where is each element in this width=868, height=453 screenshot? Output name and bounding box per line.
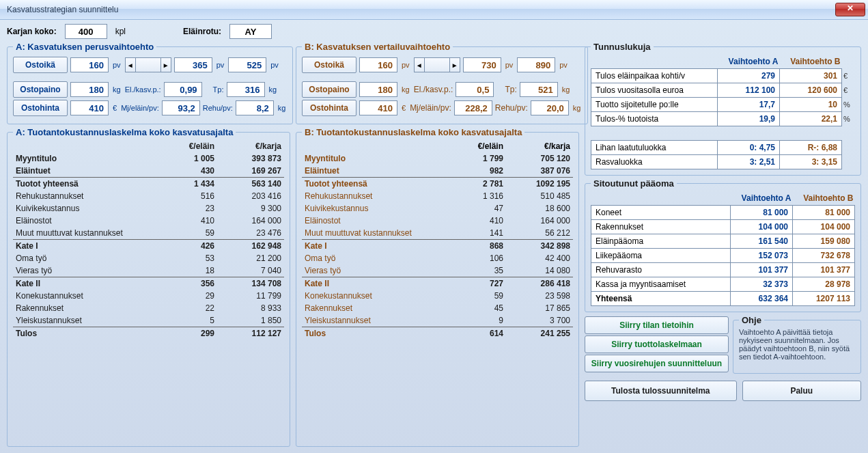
table-row: Rakennukset228 933 [13, 302, 284, 314]
table-row: Eläinpääoma161 540159 080 [591, 234, 855, 249]
table-row: Tulos299112 127 [13, 327, 284, 340]
table-row: Rakennukset104 000104 000 [591, 220, 855, 234]
rehu-a-label: Rehu/pv: [203, 104, 233, 112]
table-a: €/eläin€/karja Myyntitulo1 005393 873Elä… [13, 140, 284, 340]
table-row: Tulos vuositasolla euroa112 100120 600€ [591, 83, 855, 98]
panel-tunnuslukuja: Tunnuslukuja Vaihtoehto AVaihtoehto B Tu… [585, 42, 861, 176]
table-row: Kuivikekustannus239 300 [13, 202, 284, 215]
legend-b1: B: Kasvatuksen vertailuvaihtoehto [302, 42, 453, 52]
days-spinner-a[interactable]: ◄ ► [125, 57, 171, 72]
panel-a-results: A: Tuotantokustannuslaskelma koko kasvat… [7, 127, 290, 447]
nav-vuosirehujen[interactable]: Siirry vuosirehujen suunnitteluun [585, 355, 729, 372]
table-row: Lihan laatutuluokka0: 4,75R-: 6,88 [591, 141, 855, 155]
days-spinner-b[interactable]: ◄ ► [414, 57, 460, 72]
table-row: Tulos-% tuotoista19,922,1% [591, 112, 855, 126]
spin-left-icon[interactable]: ◄ [414, 57, 425, 72]
days2-b[interactable]: 730 [463, 57, 501, 72]
table-row: Rakennukset4517 865 [302, 302, 573, 314]
btn-paluu[interactable]: Paluu [742, 381, 861, 401]
close-icon[interactable]: ✕ [835, 3, 865, 16]
rehu-a: 8,2 [236, 100, 274, 115]
table-row: Kate II727286 418 [302, 277, 573, 290]
ostoika-a-btn[interactable]: Ostoikä [13, 57, 68, 73]
tp-b-label: Tp: [505, 85, 516, 94]
table-tun: Vaihtoehto AVaihtoehto B Tulos eläinpaik… [591, 55, 855, 169]
ha1: €/eläin [150, 140, 217, 152]
table-row: Rehuvarasto101 377101 377 [591, 263, 855, 277]
elainrotu-label: Eläinrotu: [183, 27, 221, 36]
table-row: Yleiskustannukset93 700 [302, 314, 573, 327]
table-row: Eläinostot410164 000 [302, 215, 573, 227]
spin-right-icon[interactable]: ► [449, 57, 460, 72]
table-row: Myyntitulo1 799705 120 [302, 152, 573, 165]
table-row: Tulos614241 255 [302, 327, 573, 340]
table-row: Eläinostot410164 000 [13, 215, 284, 227]
ostohinta-a[interactable]: 410 [70, 100, 109, 115]
legend-b2: B: Tuotantokustannuslaskelma koko kasvat… [302, 127, 524, 137]
elainrotu-input[interactable]: AY [229, 24, 272, 39]
kg2: kg [268, 85, 279, 94]
table-row: Oma työ10642 400 [302, 252, 573, 264]
table-row: Yleiskustannukset51 850 [13, 314, 284, 327]
table-row: Koneet81 00081 000 [591, 206, 855, 220]
legend-a1: A: Kasvatuksen perusvaihtoehto [13, 42, 156, 52]
legend-tun: Tunnuslukuja [591, 42, 654, 52]
panel-sitoutunut: Sitoutunut pääoma Vaihtoehto AVaihtoehto… [585, 178, 861, 312]
table-row: Kate I868342 898 [302, 240, 573, 252]
mj-a: 93,2 [162, 100, 200, 115]
ostohinta-b-btn[interactable]: Ostohinta [302, 100, 356, 116]
titlebar: Kasvatusstrategian suunnittelu ✕ [0, 0, 868, 20]
table-row: Oma työ5321 200 [13, 252, 284, 264]
ostopaino-b[interactable]: 180 [359, 82, 397, 97]
ostoika-a[interactable]: 160 [70, 57, 109, 72]
table-row: Muut muuttuvat kustannukset14156 212 [302, 227, 573, 240]
ostohinta-a-btn[interactable]: Ostohinta [13, 100, 68, 116]
nav-tilan-tietoihin[interactable]: Siirry tilan tietoihin [585, 316, 729, 334]
ostohinta-b[interactable]: 410 [359, 100, 397, 115]
ostopaino-a-btn[interactable]: Ostopaino [13, 81, 68, 98]
table-row: Vieras työ3514 080 [302, 264, 573, 277]
table-row: Tuotot yhteensä2 7811092 195 [302, 178, 573, 190]
ostoika-b[interactable]: 160 [359, 57, 397, 72]
days2-a[interactable]: 365 [174, 57, 212, 72]
panel-a-params: A: Kasvatuksen perusvaihtoehto Ostoikä 1… [7, 42, 293, 124]
spin-right-icon[interactable]: ► [160, 57, 171, 72]
table-row: Yhteensä632 3641207 113 [591, 292, 855, 306]
ostopaino-a[interactable]: 180 [70, 82, 109, 97]
legend-sit: Sitoutunut pääoma [591, 178, 677, 189]
table-row: Tulos eläinpaikaa kohti/v279301€ [591, 69, 855, 83]
karjan-koko-input[interactable]: 400 [65, 24, 107, 39]
ostopaino-b-btn[interactable]: Ostopaino [302, 81, 356, 98]
ha2: €/karja [217, 140, 284, 152]
ohje-text: Vaihtoehto A päivittää tietoja nykyiseen… [739, 328, 855, 361]
table-row: Tuotot yhteensä1 434563 140 [13, 178, 284, 190]
pv-unit: pv [111, 61, 122, 69]
nav-tuottolaskelmaan[interactable]: Siirry tuottolaskelmaan [585, 335, 729, 353]
mj-b: 228,2 [454, 100, 492, 115]
table-row: Konekustannukset5923 598 [302, 290, 573, 302]
spin-left-icon[interactable]: ◄ [125, 57, 136, 72]
elkasvp-b-label: El./kasv.p.: [414, 85, 453, 94]
kg3: kg [277, 104, 288, 112]
table-row: Rasvaluokka3: 2,513: 3,15 [591, 155, 855, 169]
table-row: Eläintuet430169 267 [13, 165, 284, 178]
table-row: Kuivikekustannus4718 600 [302, 202, 573, 215]
table-row: Konekustannukset2911 799 [13, 290, 284, 302]
days-total-b: 890 [517, 57, 555, 72]
table-row: Rehukustannukset516203 416 [13, 190, 284, 202]
tp-a-label: Tp: [213, 85, 224, 94]
btn-tulosta[interactable]: Tulosta tulossuunnitelma [585, 381, 737, 401]
mj-a-label: Mj/eläin/pv: [121, 104, 159, 112]
table-row: Vieras työ187 040 [13, 264, 284, 277]
sit-hA: Vaihtoehto A [731, 191, 793, 206]
elkasvp-b: 0,5 [456, 82, 494, 97]
ostoika-b-btn[interactable]: Ostoikä [302, 57, 356, 73]
panel-b-params: B: Kasvatuksen vertailuvaihtoehto Ostoik… [296, 42, 588, 124]
hb2: €/karja [506, 140, 573, 152]
table-row: Muut muuttuvat kustannukset5923 476 [13, 227, 284, 240]
table-row: Rehukustannukset1 316510 485 [302, 190, 573, 202]
eur1: € [111, 104, 118, 112]
days-total-a: 525 [228, 57, 266, 72]
table-row: Kate II356134 708 [13, 277, 284, 290]
mj-b-label: Mj/eläin/pv: [410, 103, 451, 113]
